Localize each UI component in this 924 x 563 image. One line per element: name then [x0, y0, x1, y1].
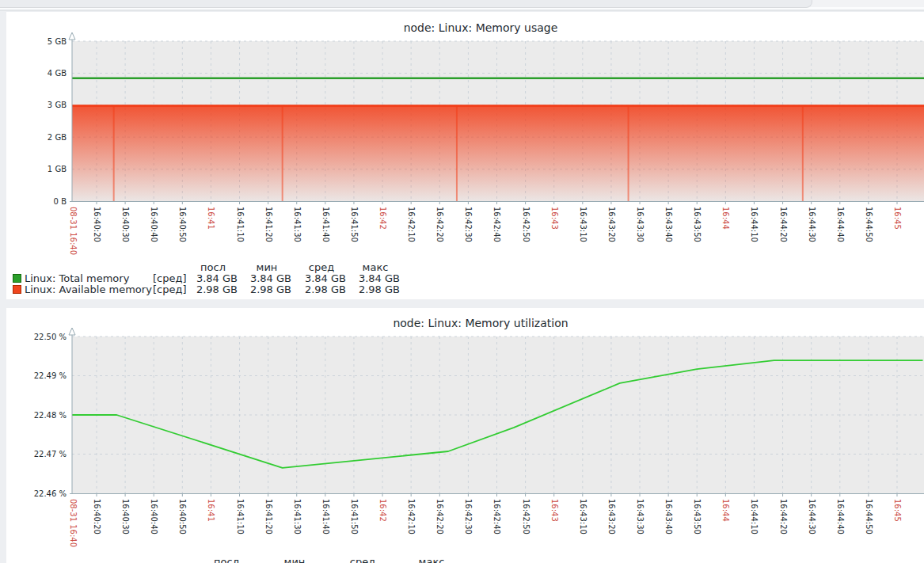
y-tick-label: 22.49 % — [34, 371, 67, 380]
x-tick-label: 16:42:30 — [464, 499, 473, 534]
x-tick-label: 16:41:30 — [293, 207, 302, 242]
x-tick-label: 16:41:40 — [321, 499, 330, 534]
x-tick-label: 16:41:30 — [293, 499, 302, 534]
y-tick-label: 22.46 % — [34, 489, 67, 498]
x-tick-label: 16:42:10 — [407, 207, 416, 242]
x-tick-label: 16:43 — [550, 499, 559, 522]
x-tick-label: 16:43:20 — [607, 499, 616, 534]
x-tick-label: 16:43:50 — [693, 207, 702, 242]
x-tick-label: 16:40:40 — [150, 499, 158, 534]
x-tick-label: 16:43:20 — [607, 207, 616, 242]
x-tick-label: 16:44:30 — [808, 499, 816, 534]
x-tick-label: 16:44:40 — [836, 207, 845, 242]
x-tick-label: 16:41 — [207, 499, 215, 522]
x-tick-label: 16:42 — [378, 207, 387, 230]
y-tick-label: 22.48 % — [34, 411, 67, 420]
x-tick-label: 16:40:20 — [93, 207, 101, 242]
x-tick-label: 16:44:10 — [750, 207, 759, 242]
x-tick-label: 16:42:40 — [492, 207, 501, 242]
y-tick-label: 0 B — [54, 197, 67, 206]
x-tick-label: 16:44:50 — [865, 207, 873, 242]
x-tick-label: 16:43:50 — [693, 499, 702, 534]
x-tick-label: 16:42:10 — [407, 499, 416, 534]
x-tick-label: 16:42:40 — [492, 499, 501, 534]
x-tick-label: 16:42:20 — [435, 499, 444, 534]
x-tick-label: 16:43:30 — [636, 499, 645, 534]
y-axis-arrow — [69, 328, 75, 335]
x-tick-label: 16:43 — [550, 207, 559, 230]
x-tick-label: 16:44:40 — [836, 499, 845, 534]
x-tick-label: 16:42:20 — [435, 207, 444, 242]
x-tick-label: 16:44:10 — [750, 499, 759, 534]
memory-utilization-widget: node: Linux: Memory utilization 22.50 %2… — [6, 308, 924, 563]
x-tick-label: 16:41:50 — [350, 499, 359, 534]
y-axis-arrow — [69, 32, 75, 40]
x-tick-label: 16:41:10 — [236, 207, 245, 242]
browser-chrome — [0, 0, 924, 11]
y-tick-label: 4 GB — [48, 69, 67, 78]
x-tick-label: 16:41 — [207, 207, 215, 230]
x-tick-label: 16:44:20 — [779, 499, 788, 534]
x-tick-label: 16:45 — [893, 499, 902, 522]
x-tick-label: 16:41:20 — [264, 207, 273, 242]
x-tick-label: 16:41:50 — [350, 207, 359, 242]
x-tick-label: 16:41:20 — [264, 499, 273, 534]
x-tick-label: 16:44 — [721, 207, 730, 230]
x-tick-label: 16:41:10 — [236, 499, 245, 534]
x-tick-label: 16:44:50 — [865, 499, 873, 534]
x-tick-label: 16:42:30 — [464, 207, 473, 242]
x-tick-label: 16:40:20 — [93, 499, 101, 534]
memory-utilization-graph[interactable]: 22.50 %22.49 %22.48 %22.47 %22.46 %08-31… — [6, 308, 924, 563]
x-tick-label: 16:40:40 — [150, 207, 158, 242]
memory-usage-graph[interactable]: 5 GB4 GB3 GB2 GB1 GB0 B08-31 16:4016:40:… — [6, 12, 924, 299]
y-tick-label: 3 GB — [48, 101, 67, 109]
x-tick-label: 16:40:50 — [178, 499, 187, 534]
x-tick-label: 16:44:30 — [808, 207, 816, 242]
x-tick-label: 16:42 — [378, 499, 387, 522]
x-tick-label: 16:45 — [893, 207, 902, 230]
x-tick-label: 16:43:30 — [636, 207, 645, 242]
y-tick-label: 22.47 % — [34, 450, 67, 458]
browser-tab-edge[interactable] — [0, 0, 812, 8]
x-tick-label: 16:43:40 — [664, 499, 673, 534]
y-tick-label: 2 GB — [48, 133, 67, 142]
x-tick-label: 16:44 — [721, 499, 730, 522]
x-tick-label: 16:43:10 — [579, 207, 587, 242]
x-tick-label: 16:40:50 — [178, 207, 187, 242]
x-tick-label: 16:43:10 — [579, 499, 587, 534]
x-tick-label: 08-31 16:40 — [69, 499, 78, 547]
y-tick-label: 5 GB — [48, 37, 67, 46]
x-tick-label: 16:43:40 — [664, 207, 673, 242]
x-tick-label: 08-31 16:40 — [69, 207, 78, 255]
x-tick-label: 16:42:50 — [522, 207, 530, 242]
x-tick-label: 16:44:20 — [779, 207, 788, 242]
y-tick-label: 1 GB — [48, 165, 67, 173]
memory-usage-widget: node: Linux: Memory usage 5 GB4 GB3 GB2 … — [6, 12, 924, 299]
x-tick-label: 16:42:50 — [522, 499, 530, 534]
available-memory-area — [72, 106, 924, 201]
chrome-divider — [0, 10, 924, 11]
y-tick-label: 22.50 % — [34, 333, 67, 341]
x-tick-label: 16:40:30 — [121, 499, 130, 534]
x-tick-label: 16:40:30 — [121, 207, 130, 242]
x-tick-label: 16:41:40 — [321, 207, 330, 242]
